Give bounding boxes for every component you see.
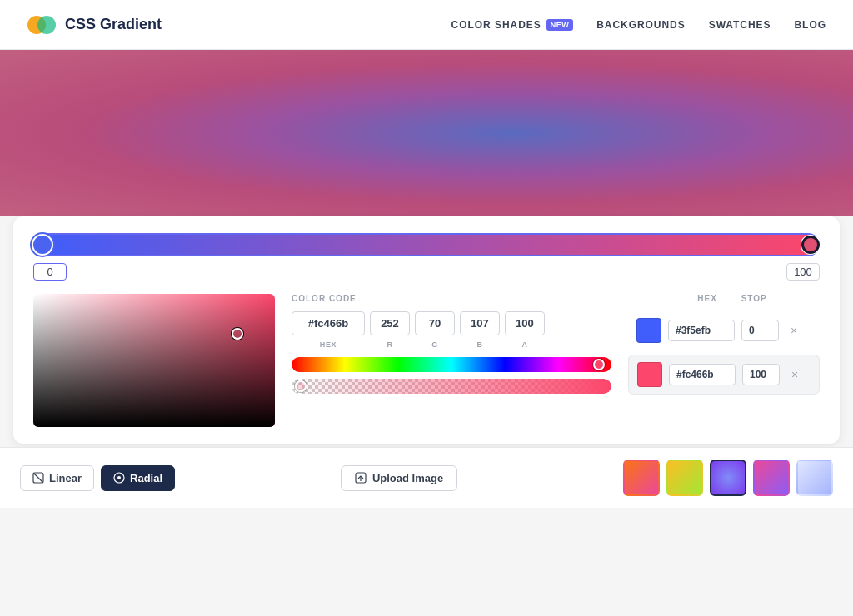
stop-pos-2[interactable] [742,364,780,385]
preset-swatch-3[interactable] [710,460,746,496]
stop-hex-1[interactable] [668,320,735,341]
upload-image-button[interactable]: Upload Image [341,465,457,491]
stop-swatch-1[interactable] [636,318,661,343]
new-badge: NEW [546,19,573,31]
lower-area: COLOR CODE HEX R G B A [33,294,820,427]
g-label: G [415,340,455,349]
color-code-label: COLOR CODE [292,294,611,303]
stop-row-1: × [628,311,820,350]
control-panel: 0 100 COLOR CODE HEX R G B [13,216,840,444]
gradient-bar[interactable] [33,233,820,256]
color-code-area: COLOR CODE HEX R G B A [292,294,611,394]
b-label: B [460,340,500,349]
a-input[interactable] [505,311,545,335]
alpha-gradient [292,379,611,394]
hex-label: HEX [292,340,365,349]
stops-header: HEX STOP [628,294,820,303]
alpha-bar[interactable] [292,379,611,394]
stop-hex-2[interactable] [669,364,736,385]
a-label: A [505,340,545,349]
slider-thumb-right[interactable] [801,236,820,254]
linear-icon [32,472,44,484]
preset-swatch-5[interactable] [796,460,833,496]
preset-swatch-4[interactable] [753,460,790,496]
gradient-type-buttons: Linear Radial [20,465,175,491]
slider-thumb-left[interactable] [33,236,52,254]
stop-row-2: × [628,355,820,395]
color-stops-panel: HEX STOP × × [628,294,820,400]
logo-icon [27,10,57,40]
picker-cursor [232,328,243,340]
color-inputs-row [292,311,611,335]
logo-area: CSS Gradient [27,10,162,40]
nav-color-shades[interactable]: COLOR SHADES NEW [451,19,574,31]
svg-line-3 [33,473,43,483]
linear-button[interactable]: Linear [20,465,94,491]
radial-button[interactable]: Radial [101,465,175,491]
alpha-thumb[interactable] [295,380,307,392]
color-picker[interactable] [33,294,275,427]
g-input[interactable] [415,311,455,335]
slider-right-value[interactable]: 100 [786,263,820,281]
slider-labels: 0 100 [33,263,820,281]
stop-swatch-2[interactable] [637,362,662,387]
spectrum-thumb[interactable] [593,359,605,370]
r-input[interactable] [370,311,410,335]
preset-swatches [623,460,833,496]
logo-title: CSS Gradient [65,16,162,33]
color-sublabels: HEX R G B A [292,340,611,349]
stop-delete-2[interactable]: × [786,366,803,383]
nav-backgrounds[interactable]: BACKGROUNDS [596,19,686,31]
upload-icon [355,472,367,484]
radial-icon [113,472,125,484]
main-nav: COLOR SHADES NEW BACKGROUNDS SWATCHES BL… [451,19,826,31]
stops-stop-header: STOP [741,294,767,303]
stop-delete-1[interactable]: × [786,322,802,339]
nav-blog[interactable]: BLOG [794,19,826,31]
r-label: R [370,340,410,349]
bottom-bar: Linear Radial Upload Image [0,447,853,508]
svg-point-1 [37,16,56,34]
preset-swatch-1[interactable] [623,460,660,496]
gradient-slider-container: 0 100 [33,233,820,281]
b-input[interactable] [460,311,500,335]
slider-left-value[interactable]: 0 [33,263,67,281]
nav-swatches[interactable]: SWATCHES [709,19,771,31]
color-picker-gradient [33,294,275,427]
stops-hex-header: HEX [697,294,717,303]
header: CSS Gradient COLOR SHADES NEW BACKGROUND… [0,0,853,50]
preset-swatch-2[interactable] [666,460,703,496]
svg-point-5 [117,476,121,479]
spectrum-bar[interactable] [292,357,611,372]
gradient-preview [0,50,853,216]
hex-input[interactable] [292,311,365,335]
stop-pos-1[interactable] [741,320,779,341]
